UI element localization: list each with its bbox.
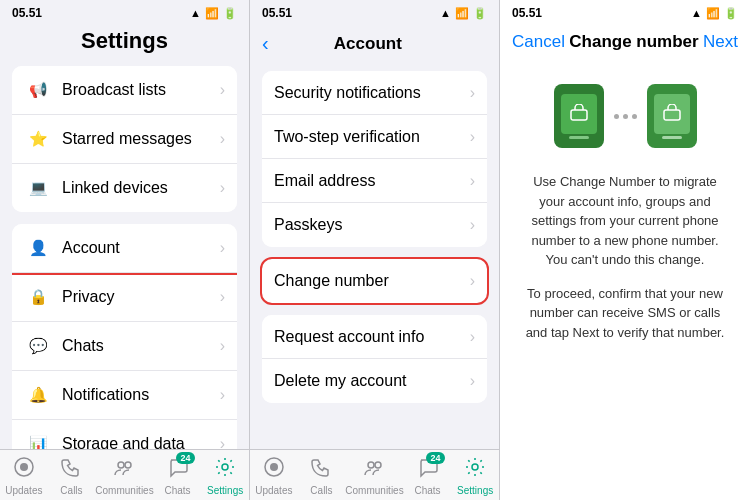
request-info-item[interactable]: Request account info › — [262, 315, 487, 359]
account-group-1: Security notifications › Two-step verifi… — [262, 71, 487, 247]
chevron-icon: › — [220, 337, 225, 355]
communities-label-1: Communities — [95, 485, 153, 496]
change-number-item[interactable]: Change number › — [262, 259, 487, 303]
back-button[interactable]: ‹ — [262, 32, 269, 55]
settings-header: Settings — [0, 24, 249, 62]
chevron-icon: › — [470, 272, 475, 290]
settings-content[interactable]: 📢 Broadcast lists › ⭐ Starred messages ›… — [0, 62, 249, 449]
status-time-1: 05.51 — [12, 6, 42, 20]
change-number-panel: 05.51 ▲ 📶 🔋 Cancel Change number Next 📊 — [500, 0, 750, 500]
tab-updates-2[interactable]: Updates — [250, 456, 298, 496]
settings-tab-icon — [214, 456, 236, 483]
change-number-label: Change number — [274, 272, 470, 290]
passkeys-label: Passkeys — [274, 216, 470, 234]
settings-tab-label-1: Settings — [207, 485, 243, 496]
svg-point-4 — [222, 464, 228, 470]
settings-tab-icon-2 — [464, 456, 486, 483]
passkeys-item[interactable]: Passkeys › — [262, 203, 487, 247]
tab-bar-1: Updates Calls Communities 24 Chats S — [0, 449, 249, 500]
battery-icon-3: 🔋 — [724, 7, 738, 20]
chats-tab-icon-2: 24 — [417, 456, 439, 483]
updates-label-2: Updates — [255, 485, 292, 496]
email-label: Email address — [274, 172, 470, 190]
broadcast-lists-item[interactable]: 📢 Broadcast lists › — [12, 66, 237, 115]
email-item[interactable]: Email address › — [262, 159, 487, 203]
tab-calls-1[interactable]: Calls — [48, 456, 96, 496]
linked-devices-item[interactable]: 💻 Linked devices › — [12, 164, 237, 212]
tab-chats-1[interactable]: 24 Chats — [154, 456, 202, 496]
svg-rect-19 — [664, 110, 680, 120]
chevron-icon: › — [470, 372, 475, 390]
tab-chats-2[interactable]: 24 Chats — [404, 456, 452, 496]
status-bar-2: 05.51 ▲ 📶 🔋 — [250, 0, 499, 24]
change-number-description-1: Use Change Number to migrate your accoun… — [520, 172, 730, 270]
starred-messages-item[interactable]: ⭐ Starred messages › — [12, 115, 237, 164]
broadcast-label: Broadcast lists — [62, 81, 220, 99]
next-button[interactable]: Next — [703, 32, 738, 52]
tab-settings-1[interactable]: Settings — [201, 456, 249, 496]
updates-label-1: Updates — [5, 485, 42, 496]
svg-point-1 — [20, 463, 28, 471]
chats-tab-label-1: Chats — [164, 485, 190, 496]
cancel-button[interactable]: Cancel — [512, 32, 565, 52]
status-icons-3: ▲ 📶 🔋 — [691, 7, 738, 20]
chats-item[interactable]: 💬 Chats › — [12, 322, 237, 371]
chats-tab-label-2: Chats — [414, 485, 440, 496]
account-label: Account — [62, 239, 220, 257]
account-item[interactable]: 👤 Account › — [12, 224, 237, 273]
wifi-icon: ▲ — [190, 7, 201, 19]
status-icons-2: ▲ 📶 🔋 — [440, 7, 487, 20]
notifications-label: Notifications — [62, 386, 220, 404]
updates-icon-2 — [263, 456, 285, 483]
chevron-icon: › — [220, 81, 225, 99]
account-group-2: Request account info › Delete my account… — [262, 315, 487, 403]
chevron-icon: › — [470, 128, 475, 146]
tab-calls-2[interactable]: Calls — [298, 456, 346, 496]
account-title: Account — [334, 34, 402, 54]
updates-icon — [13, 456, 35, 483]
chevron-icon: › — [470, 216, 475, 234]
delete-account-item[interactable]: Delete my account › — [262, 359, 487, 403]
account-panel: 05.51 ▲ 📶 🔋 ‹ Account Security notificat… — [250, 0, 500, 500]
storage-icon: 📊 — [24, 430, 52, 449]
communities-label-2: Communities — [345, 485, 403, 496]
settings-title: Settings — [12, 28, 237, 54]
settings-group-1: 📢 Broadcast lists › ⭐ Starred messages ›… — [12, 66, 237, 212]
tab-bar-2: Updates Calls Communities 24 Chats S — [250, 449, 499, 500]
security-notifications-label: Security notifications — [274, 84, 470, 102]
status-bar-3: 05.51 ▲ 📶 🔋 — [500, 0, 750, 24]
status-bar-1: 05.51 ▲ 📶 🔋 — [0, 0, 249, 24]
storage-item[interactable]: 📊 Storage and data › — [12, 420, 237, 449]
notifications-item[interactable]: 🔔 Notifications › — [12, 371, 237, 420]
chats-icon: 💬 — [24, 332, 52, 360]
communities-icon — [113, 456, 135, 483]
wifi-icon-3: ▲ — [691, 7, 702, 19]
chevron-icon: › — [220, 435, 225, 449]
signal-icon: 📶 — [205, 7, 219, 20]
chevron-icon: › — [220, 179, 225, 197]
svg-point-2 — [118, 462, 124, 468]
chevron-icon: › — [220, 239, 225, 257]
tab-communities-2[interactable]: Communities — [345, 456, 403, 496]
tab-communities-1[interactable]: Communities — [95, 456, 153, 496]
calls-icon — [60, 456, 82, 483]
chevron-icon: › — [470, 328, 475, 346]
account-header: ‹ Account — [250, 24, 499, 67]
battery-icon: 🔋 — [223, 7, 237, 20]
chevron-icon: › — [220, 130, 225, 148]
tab-settings-2[interactable]: Settings — [451, 456, 499, 496]
privacy-item[interactable]: 🔒 Privacy › — [12, 273, 237, 322]
svg-point-6 — [270, 463, 278, 471]
tab-updates-1[interactable]: Updates — [0, 456, 48, 496]
status-icons-1: ▲ 📶 🔋 — [190, 7, 237, 20]
devices-icon: 💻 — [24, 174, 52, 202]
svg-point-9 — [472, 464, 478, 470]
security-notifications-item[interactable]: Security notifications › — [262, 71, 487, 115]
notifications-icon: 🔔 — [24, 381, 52, 409]
change-number-header: Cancel Change number Next — [500, 24, 750, 64]
account-content[interactable]: Security notifications › Two-step verifi… — [250, 67, 499, 449]
settings-panel: 05.51 ▲ 📶 🔋 Settings 📢 Broadcast lists ›… — [0, 0, 250, 500]
privacy-icon: 🔒 — [24, 283, 52, 311]
chevron-icon: › — [470, 84, 475, 102]
two-step-item[interactable]: Two-step verification › — [262, 115, 487, 159]
